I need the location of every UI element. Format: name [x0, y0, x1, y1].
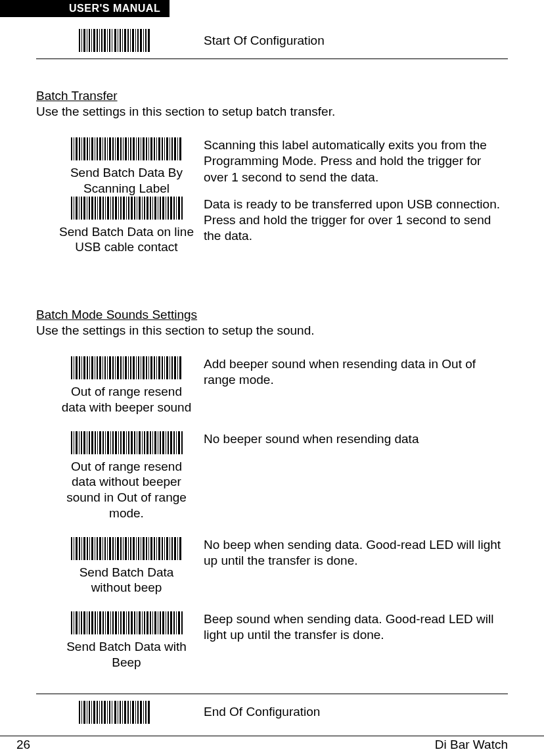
- svg-rect-1: [81, 29, 82, 52]
- svg-rect-39: [99, 137, 101, 160]
- barcode-icon: [71, 431, 183, 454]
- svg-rect-198: [178, 431, 180, 454]
- svg-rect-292: [93, 701, 95, 724]
- svg-rect-121: [89, 356, 90, 379]
- svg-rect-185: [144, 431, 145, 454]
- svg-rect-306: [130, 701, 131, 724]
- svg-rect-144: [148, 356, 149, 379]
- svg-rect-223: [130, 537, 131, 560]
- svg-rect-181: [134, 431, 135, 454]
- svg-rect-179: [128, 431, 129, 454]
- svg-rect-106: [162, 197, 164, 220]
- svg-rect-279: [166, 611, 166, 634]
- svg-rect-264: [126, 611, 127, 634]
- svg-rect-155: [177, 356, 178, 379]
- svg-rect-66: [170, 137, 170, 160]
- svg-rect-147: [156, 356, 157, 379]
- svg-rect-250: [89, 611, 90, 634]
- svg-rect-173: [112, 431, 114, 454]
- svg-rect-47: [120, 137, 122, 160]
- svg-rect-190: [158, 431, 158, 454]
- svg-rect-263: [123, 611, 125, 634]
- svg-rect-270: [142, 611, 143, 634]
- svg-rect-312: [145, 701, 147, 724]
- svg-rect-230: [148, 537, 149, 560]
- svg-rect-280: [168, 611, 169, 634]
- svg-rect-49: [125, 137, 127, 160]
- svg-rect-92: [126, 197, 127, 220]
- svg-rect-19: [127, 29, 129, 52]
- svg-rect-149: [162, 356, 163, 379]
- svg-rect-183: [139, 431, 141, 454]
- svg-rect-287: [81, 701, 82, 724]
- svg-rect-158: [74, 431, 74, 454]
- end-config-row: End Of Configuration: [36, 694, 508, 729]
- svg-rect-114: [71, 356, 72, 379]
- svg-rect-188: [152, 431, 153, 454]
- svg-rect-87: [112, 197, 114, 220]
- svg-rect-62: [158, 137, 160, 160]
- svg-rect-71: [71, 197, 72, 220]
- svg-rect-112: [178, 197, 180, 220]
- svg-rect-152: [170, 356, 170, 379]
- svg-rect-77: [87, 197, 87, 220]
- svg-rect-232: [154, 537, 155, 560]
- svg-rect-251: [91, 611, 93, 634]
- svg-rect-2: [83, 29, 85, 52]
- svg-rect-91: [123, 197, 125, 220]
- batch-item: Send Batch Data By Scanning Label Scanni…: [36, 137, 508, 197]
- svg-rect-239: [171, 537, 173, 560]
- svg-rect-208: [91, 537, 93, 560]
- svg-rect-186: [147, 431, 148, 454]
- svg-rect-193: [166, 431, 166, 454]
- svg-rect-160: [79, 431, 79, 454]
- svg-rect-170: [105, 431, 106, 454]
- svg-rect-10: [104, 29, 106, 52]
- svg-rect-238: [170, 537, 170, 560]
- svg-rect-299: [112, 701, 112, 724]
- svg-rect-240: [174, 537, 176, 560]
- svg-rect-207: [89, 537, 90, 560]
- svg-rect-159: [76, 431, 78, 454]
- svg-rect-281: [170, 611, 172, 634]
- svg-rect-268: [137, 611, 137, 634]
- barcode-icon: [71, 137, 183, 160]
- svg-rect-108: [168, 197, 169, 220]
- svg-rect-217: [115, 537, 116, 560]
- svg-rect-52: [133, 137, 135, 160]
- svg-rect-229: [146, 537, 147, 560]
- svg-rect-176: [120, 431, 122, 454]
- svg-rect-293: [97, 701, 98, 724]
- divider: [36, 59, 508, 59]
- svg-rect-222: [128, 537, 129, 560]
- start-config-label: Start Of Configuration: [204, 34, 325, 48]
- svg-rect-271: [144, 611, 145, 634]
- svg-rect-162: [83, 431, 85, 454]
- svg-rect-272: [147, 611, 148, 634]
- svg-rect-196: [173, 431, 175, 454]
- svg-rect-211: [99, 537, 101, 560]
- svg-rect-182: [137, 431, 137, 454]
- svg-rect-150: [164, 356, 165, 379]
- item-desc: Beep sound when sending data. Good-read …: [204, 611, 508, 644]
- svg-rect-18: [124, 29, 126, 52]
- svg-rect-139: [136, 356, 137, 379]
- svg-rect-226: [138, 537, 139, 560]
- svg-rect-89: [118, 197, 119, 220]
- svg-rect-26: [145, 29, 147, 52]
- svg-rect-266: [131, 611, 133, 634]
- svg-rect-265: [128, 611, 129, 634]
- svg-rect-128: [107, 356, 108, 379]
- svg-rect-275: [154, 611, 156, 634]
- svg-rect-153: [171, 356, 173, 379]
- svg-rect-135: [125, 356, 127, 379]
- svg-rect-22: [135, 29, 136, 52]
- svg-rect-216: [112, 537, 114, 560]
- svg-rect-15: [118, 29, 118, 52]
- svg-rect-235: [162, 537, 163, 560]
- svg-rect-197: [176, 431, 177, 454]
- svg-rect-141: [141, 356, 141, 379]
- barcode-caption: Out of range resend data with beeper sou…: [59, 384, 194, 415]
- svg-rect-30: [76, 137, 78, 160]
- svg-rect-224: [133, 537, 135, 560]
